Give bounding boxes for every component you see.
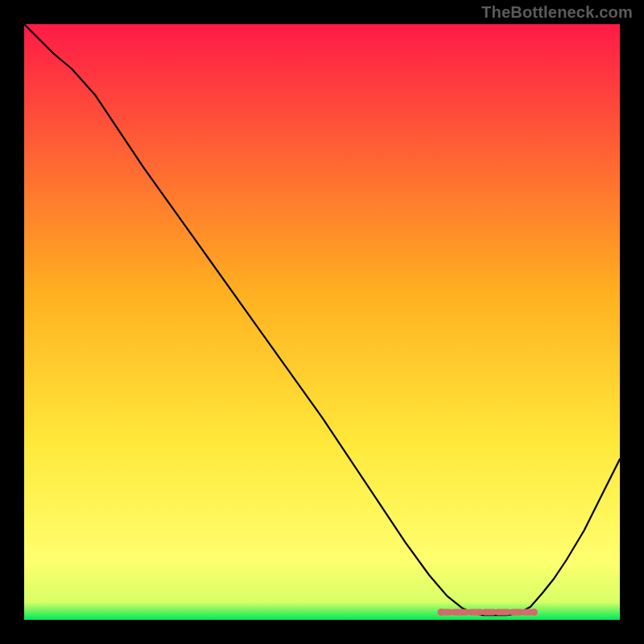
marker-dot	[530, 609, 538, 616]
plot-area	[24, 24, 620, 620]
marker-dot	[438, 609, 445, 616]
gradient-background	[24, 24, 620, 620]
marker-band	[438, 609, 538, 616]
watermark-label: TheBottleneck.com	[481, 3, 633, 22]
figure-container: TheBottleneck.com	[0, 0, 644, 644]
chart-svg	[24, 24, 620, 620]
